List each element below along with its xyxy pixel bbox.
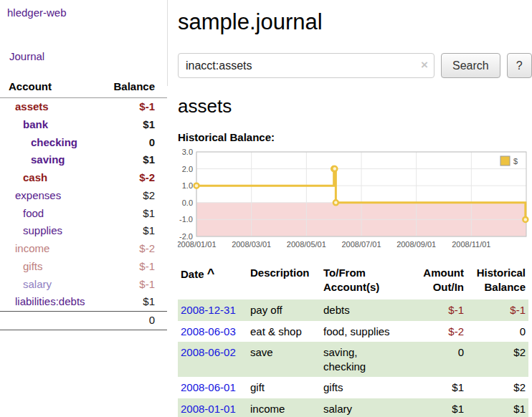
transaction-description: save [247,342,320,377]
register-table: Date ^ Description To/From Account(s) Am… [178,266,528,417]
column-amount-outin: Amount Out/In [405,266,467,299]
search-form: × Search ? [178,53,532,78]
accounts-header-row: Account Balance [0,78,167,98]
account-balance: $-1 [103,98,167,116]
transaction-date-cell: 2008-06-03 [178,321,247,342]
transaction-row: 2008-06-02savesaving, checking0$2 [178,342,528,377]
transaction-row: 2008-12-31pay offdebts$-1$-1 [178,299,528,321]
data-point-marker [523,217,528,222]
svg-text:3.0: 3.0 [182,148,193,156]
sidebar-account-cash[interactable]: cash [23,171,47,183]
accounts-total-spacer [0,312,103,330]
sort-asc-icon: ^ [207,267,215,281]
clear-search-icon[interactable]: × [421,58,428,72]
sidebar-account-checking[interactable]: checking [31,136,77,148]
transaction-accounts: saving, checking [320,342,405,377]
app-title-link[interactable]: hledger-web [7,6,167,19]
svg-text:2008/05/01: 2008/05/01 [287,240,326,249]
column-tofrom-accounts: To/From Account(s) [320,266,405,299]
column-description: Description [247,266,320,299]
account-row: cash$-2 [0,169,167,187]
data-point-marker [332,166,337,171]
historical-balance-chart: 3.02.01.00.0-1.0-2.02008/01/012008/03/01… [178,148,529,257]
account-row: salary$-1 [0,276,167,294]
sidebar-divider [167,0,168,86]
transaction-accounts: salary [320,398,405,417]
account-balance: $1 [103,151,167,169]
account-balance: $-1 [103,276,167,294]
help-button[interactable]: ? [507,53,532,78]
accounts-total-value: 0 [103,312,167,330]
account-row: checking0 [0,134,167,152]
sidebar-account-liabilities-debts[interactable]: liabilities:debts [15,295,85,307]
transaction-date-link[interactable]: 2008-06-03 [181,325,236,337]
account-row: expenses$2 [0,187,167,205]
transaction-accounts: gifts [320,377,405,398]
sidebar-account-expenses[interactable]: expenses [15,189,61,201]
transaction-date-link[interactable]: 2008-06-02 [181,346,236,358]
transaction-date-cell: 2008-01-01 [178,398,247,417]
account-row: supplies$1 [0,222,167,240]
account-balance: $-1 [103,258,167,276]
sidebar-account-salary[interactable]: salary [23,278,52,290]
accounts-header-balance: Balance [103,78,167,98]
legend-swatch [500,156,510,166]
account-balance: $1 [103,205,167,223]
svg-text:2.0: 2.0 [182,165,193,173]
svg-text:2008/11/01: 2008/11/01 [452,240,490,249]
transaction-balance: $2 [467,342,528,377]
account-row: gifts$-1 [0,258,167,276]
account-balance: $1 [103,116,167,134]
transaction-row: 2008-06-01giftgifts$1$2 [178,377,528,398]
account-row: assets$-1 [0,98,167,116]
transaction-accounts: debts [320,299,405,321]
sidebar-account-gifts[interactable]: gifts [23,260,43,272]
account-balance: $-2 [103,169,167,187]
data-point-marker [194,183,199,188]
svg-text:2008/09/01: 2008/09/01 [396,240,436,249]
account-heading: assets [178,95,532,118]
transaction-description: pay off [247,299,320,321]
accounts-header-account: Account [0,78,103,98]
accounts-total-row: 0 [0,312,167,330]
transaction-amount: $-2 [405,321,467,342]
sidebar: hledger-web Journal Account Balance asse… [0,0,167,330]
chart-container: 3.02.01.00.0-1.0-2.02008/01/012008/03/01… [178,148,529,257]
sidebar-account-food[interactable]: food [23,207,44,219]
transaction-date-cell: 2008-06-02 [178,342,247,377]
transaction-date-link[interactable]: 2008-01-01 [181,403,236,415]
search-button[interactable]: Search [441,53,500,78]
column-date[interactable]: Date ^ [178,266,247,299]
svg-text:-1.0: -1.0 [179,215,193,224]
svg-text:1.0: 1.0 [182,181,193,190]
journal-nav-link[interactable]: Journal [9,50,167,62]
transaction-date-link[interactable]: 2008-12-31 [181,304,236,316]
svg-text:2008/03/01: 2008/03/01 [232,240,271,249]
legend-label: $ [513,157,518,166]
search-box: × [178,53,434,78]
sidebar-account-bank[interactable]: bank [23,118,48,130]
transaction-date-link[interactable]: 2008-06-01 [181,381,236,393]
sidebar-account-income[interactable]: income [15,242,49,254]
sidebar-account-supplies[interactable]: supplies [23,224,62,236]
transaction-amount: $1 [405,398,467,417]
account-balance: $-2 [103,240,167,258]
search-input[interactable] [178,53,434,78]
account-row: bank$1 [0,116,167,134]
account-row: income$-2 [0,240,167,258]
column-date-label: Date [181,268,204,280]
transaction-balance: $2 [467,377,528,398]
page-title: sample.journal [178,9,532,35]
transaction-balance: $-1 [467,299,528,321]
svg-text:2008/01/01: 2008/01/01 [178,240,217,249]
transaction-description: eat & shop [247,321,320,342]
svg-text:2008/07/01: 2008/07/01 [341,240,381,249]
transaction-balance: 0 [467,321,528,342]
transaction-amount: 0 [405,342,467,377]
account-balance: $1 [103,222,167,240]
sidebar-account-assets[interactable]: assets [15,100,49,112]
chart-label: Historical Balance: [178,131,532,143]
transaction-amount: $-1 [405,299,467,321]
sidebar-account-saving[interactable]: saving [31,153,65,166]
account-row: food$1 [0,205,167,223]
